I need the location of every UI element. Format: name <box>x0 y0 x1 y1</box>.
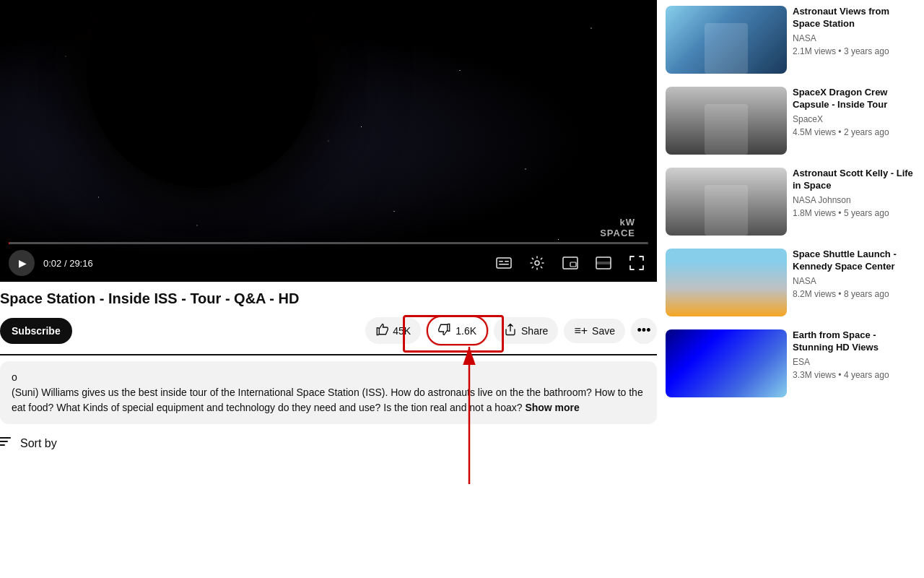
light-streak-2 <box>108 0 364 59</box>
sidebar-video-2[interactable]: SpaceX Dragon Crew Capsule - Inside Tour… <box>666 81 915 160</box>
thumbnail-1 <box>666 6 787 74</box>
thumbnail-3 <box>666 168 787 236</box>
sidebar-video-3[interactable]: Astronaut Scott Kelly - Life in Space NA… <box>666 162 915 241</box>
fullscreen-icon[interactable] <box>625 251 648 275</box>
video-actions: Subscribe 45K <box>0 316 657 354</box>
svg-rect-1 <box>499 261 503 262</box>
save-button[interactable]: ≡+ Save <box>564 319 625 343</box>
sidebar-title-4: Space Shuttle Launch - Kennedy Space Cen… <box>793 249 915 273</box>
sidebar-channel-5: ESA <box>793 357 915 367</box>
sidebar-meta-5: 3.3M views • 4 years ago <box>793 370 915 380</box>
sidebar-title-5: Earth from Space - Stunning HD Views <box>793 329 915 354</box>
sidebar-video-4[interactable]: Space Shuttle Launch - Kennedy Space Cen… <box>666 243 915 322</box>
sidebar-video-1[interactable]: Astronaut Views from Space Station NASA … <box>666 0 915 79</box>
save-icon: ≡+ <box>574 324 588 337</box>
progress-bar[interactable] <box>9 242 648 244</box>
video-title: Space Station - Inside ISS - Tour - Q&A … <box>0 290 657 307</box>
sidebar-title-3: Astronaut Scott Kelly - Life in Space <box>793 168 915 192</box>
description-text: o (Suni) Williams gives us the best insi… <box>12 370 645 415</box>
sidebar-meta-4: 8.2M views • 8 years ago <box>793 289 915 299</box>
more-icon: ••• <box>637 323 651 338</box>
thumb-info-5: Earth from Space - Stunning HD Views ESA… <box>793 329 915 397</box>
like-button[interactable]: 45K <box>365 317 421 344</box>
subscribe-button[interactable]: Subscribe <box>0 318 72 344</box>
sidebar-channel-2: SpaceX <box>793 114 915 124</box>
thumb-info-1: Astronaut Views from Space Station NASA … <box>793 6 915 74</box>
thumbnail-2 <box>666 87 787 155</box>
svg-rect-0 <box>497 258 511 268</box>
play-button[interactable]: ▶ <box>9 250 35 276</box>
light-streak <box>144 0 458 75</box>
share-button[interactable]: Share <box>494 317 558 344</box>
description-prefix: o <box>12 371 17 383</box>
sidebar-video-5[interactable]: Earth from Space - Stunning HD Views ESA… <box>666 324 915 403</box>
more-button[interactable]: ••• <box>631 318 657 344</box>
dislike-count: 1.6K <box>456 325 476 337</box>
video-controls: ▶ 0:02 / 29:16 <box>0 236 657 282</box>
thumb-info-3: Astronaut Scott Kelly - Life in Space NA… <box>793 168 915 236</box>
dislike-icon <box>438 323 451 338</box>
svg-rect-8 <box>596 262 611 264</box>
sidebar-channel-1: NASA <box>793 33 915 43</box>
show-more-button[interactable]: Show more <box>525 402 579 413</box>
theater-icon[interactable] <box>592 251 615 275</box>
sidebar-title-1: Astronaut Views from Space Station <box>793 6 915 30</box>
thumbnail-5 <box>666 329 787 397</box>
svg-point-4 <box>535 261 539 265</box>
sort-label[interactable]: Sort by <box>20 437 57 450</box>
progress-fill <box>9 242 9 244</box>
svg-rect-3 <box>499 264 509 265</box>
sidebar-channel-4: NASA <box>793 276 915 286</box>
sort-icon <box>0 436 14 451</box>
thumb-info-2: SpaceX Dragon Crew Capsule - Inside Tour… <box>793 87 915 155</box>
sidebar-title-2: SpaceX Dragon Crew Capsule - Inside Tour <box>793 87 915 111</box>
sidebar-meta-1: 2.1M views • 3 years ago <box>793 46 915 56</box>
sidebar-meta-2: 4.5M views • 2 years ago <box>793 127 915 137</box>
like-icon <box>375 323 388 338</box>
thumb-info-4: Space Shuttle Launch - Kennedy Space Cen… <box>793 249 915 316</box>
miniplayer-icon[interactable] <box>559 251 582 275</box>
like-count: 45K <box>393 325 411 337</box>
watermark: kW SPACE <box>600 217 635 238</box>
time-display: 0:02 / 29:16 <box>43 258 93 269</box>
video-player[interactable]: kW SPACE ▶ 0:02 / 29:16 <box>0 0 657 282</box>
svg-rect-2 <box>505 261 509 262</box>
settings-icon[interactable] <box>526 251 549 275</box>
description-box: o (Suni) Williams gives us the best insi… <box>0 361 657 424</box>
dislike-button[interactable]: 1.6K <box>427 316 488 345</box>
sidebar-channel-3: NASA Johnson <box>793 195 915 205</box>
svg-rect-6 <box>570 262 576 267</box>
sidebar: Astronaut Views from Space Station NASA … <box>657 0 924 578</box>
sidebar-meta-3: 1.8M views • 5 years ago <box>793 208 915 218</box>
subtitles-icon[interactable] <box>492 251 515 275</box>
thumbnail-4 <box>666 249 787 316</box>
sort-section: Sort by <box>0 436 657 451</box>
share-icon <box>504 323 517 338</box>
